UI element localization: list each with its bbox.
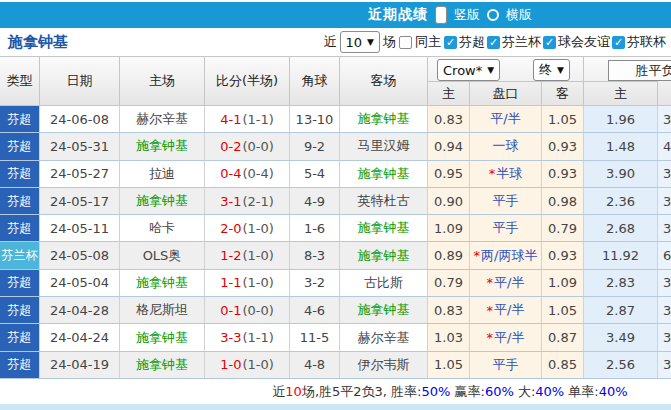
date-cell: 24-04-19 [40, 352, 120, 378]
competition-type-cell: 芬超 [0, 297, 40, 323]
fulltime-score: 0-4 [220, 166, 241, 181]
star-marker: * [487, 330, 494, 345]
score-cell: 1-0(1-0) [205, 352, 290, 378]
halftime-score: (1-0) [242, 248, 273, 263]
ah-line-value: 平/半 [494, 301, 524, 319]
odds-stage-select[interactable]: 终 ▼ [533, 59, 570, 81]
vertical-layout-radio[interactable] [435, 6, 447, 24]
league-checkbox[interactable]: ✓ [543, 36, 556, 49]
league-checkbox-label: 球会友谊 [558, 33, 610, 51]
section-header-bar: 近期战绩 竖版 横版 [0, 2, 671, 28]
competition-type-cell: 芬超 [0, 161, 40, 187]
clipped-odds-cell: 3 [658, 161, 671, 187]
ah-away-odds-cell: 0.93 [542, 161, 584, 187]
league-checkbox-label: 芬超 [459, 33, 485, 51]
league-checkbox-label: 芬联杯 [627, 33, 666, 51]
clipped-odds-cell: 4 [658, 133, 671, 159]
same-home-checkbox[interactable] [399, 36, 412, 49]
league-checkbox[interactable]: ✓ [444, 36, 457, 49]
ah-line-cell: 平手 [470, 215, 542, 241]
bookmaker-select[interactable]: Crow* ▼ [437, 59, 500, 81]
halftime-score: (0-0) [242, 139, 273, 154]
ah-line-cell: 平手 [470, 352, 542, 378]
ah-line-value: 平手 [493, 192, 519, 210]
halftime-score: (1-1) [242, 330, 273, 345]
home-team-cell: 赫尔辛基 [120, 106, 205, 132]
horizontal-layout-radio[interactable] [487, 9, 499, 21]
filter-bar: 施拿钟基 近 10 ▼ 场 同主 ✓芬超✓芬兰杯✓球会友谊✓芬联杯 [0, 28, 671, 56]
score-cell: 1-1(1-0) [205, 270, 290, 296]
date-cell: 24-05-31 [40, 133, 120, 159]
summary-segment: 10 [285, 384, 302, 399]
halftime-score: (1-0) [242, 357, 273, 372]
date-cell: 24-05-11 [40, 215, 120, 241]
summary-segment: 40% [599, 384, 628, 399]
matches-label: 场 [383, 33, 396, 51]
date-cell: 24-05-17 [40, 188, 120, 214]
star-marker: * [489, 166, 496, 181]
league-checkbox[interactable]: ✓ [487, 36, 500, 49]
table-row: 芬超24-04-28格尼斯坦0-1(0-0)4-6施拿钟基0.83*平/半1.0… [0, 297, 671, 324]
league-checkbox[interactable]: ✓ [612, 36, 625, 49]
ah-line-cell: 一球 [470, 133, 542, 159]
ah-line-cell: *两/两球半 [470, 242, 542, 268]
summary-segment: 60% [485, 384, 514, 399]
competition-type-cell: 芬超 [0, 324, 40, 350]
summary-segment: 单率: [564, 383, 599, 401]
win-draw-loss-average-button[interactable]: 胜平负均值 [608, 60, 671, 81]
table-row: 芬超24-05-17施拿钟基3-1(2-1)4-9英特杜古0.90平手0.982… [0, 188, 671, 215]
clipped-odds-cell: 3 [658, 324, 671, 350]
star-marker: * [487, 275, 494, 290]
score-cell: 3-1(2-1) [205, 188, 290, 214]
competition-type-cell: 芬兰杯 [0, 242, 40, 268]
competition-type-cell: 芬超 [0, 270, 40, 296]
home-team-cell: 哈卡 [120, 215, 205, 241]
bookmaker-value: Crow* [443, 63, 482, 78]
date-cell: 24-06-08 [40, 106, 120, 132]
eu-home-odds-cell: 1.96 [584, 106, 658, 132]
ah-away-odds-cell: 1.05 [542, 297, 584, 323]
fulltime-score: 2-0 [220, 221, 241, 236]
date-cell: 24-05-27 [40, 161, 120, 187]
league-filter-group: ✓芬超✓芬兰杯✓球会友谊✓芬联杯 [444, 33, 666, 51]
filter-controls: 近 10 ▼ 场 同主 ✓芬超✓芬兰杯✓球会友谊✓芬联杯 [324, 31, 666, 53]
eu-home-odds-cell: 2.56 [584, 352, 658, 378]
ah-home-odds-cell: 1.09 [428, 215, 470, 241]
ah-home-odds-cell: 0.95 [428, 161, 470, 187]
match-count-select[interactable]: 10 ▼ [340, 31, 380, 53]
home-team-cell: 格尼斯坦 [120, 297, 205, 323]
corners-cell: 4-9 [290, 188, 340, 214]
odds-subheader: 客 [542, 81, 584, 105]
ah-away-odds-cell: 0.98 [542, 188, 584, 214]
date-cell: 24-05-08 [40, 242, 120, 268]
horizontal-layout-label: 横版 [506, 6, 532, 24]
table-row: 芬超24-04-19施拿钟基1-0(1-0)4-8伊尔韦斯1.05平手0.852… [0, 352, 671, 379]
competition-type-cell: 芬超 [0, 106, 40, 132]
competition-type-cell: 芬超 [0, 352, 40, 378]
eu-home-odds-cell: 2.68 [584, 215, 658, 241]
near-label: 近 [324, 33, 337, 51]
date-cell: 24-05-04 [40, 270, 120, 296]
summary-segment: 50% [421, 384, 450, 399]
header-divider [583, 57, 584, 105]
summary-segment: 40% [535, 384, 564, 399]
competition-type-cell: 芬超 [0, 215, 40, 241]
vertical-layout-label: 竖版 [454, 6, 480, 24]
ah-line-cell: *半球 [470, 161, 542, 187]
home-team-cell: 拉迪 [120, 161, 205, 187]
ah-line-value: 平/半 [494, 274, 524, 292]
score-cell: 0-2(0-0) [205, 133, 290, 159]
away-team-cell: 施拿钟基 [340, 215, 428, 241]
corners-cell: 9-2 [290, 133, 340, 159]
summary-segment: 近 [272, 383, 285, 401]
chevron-down-icon: ▼ [557, 65, 564, 75]
ah-away-odds-cell: 0.93 [542, 133, 584, 159]
halftime-score: (1-1) [242, 112, 273, 127]
column-header: 客场 [340, 57, 428, 105]
star-marker: * [487, 303, 494, 318]
ah-away-odds-cell: 1.05 [542, 106, 584, 132]
date-cell: 24-04-24 [40, 324, 120, 350]
summary-segment: 赢率: [450, 383, 485, 401]
column-header: 类型 [0, 57, 40, 105]
score-cell: 0-1(0-0) [205, 297, 290, 323]
